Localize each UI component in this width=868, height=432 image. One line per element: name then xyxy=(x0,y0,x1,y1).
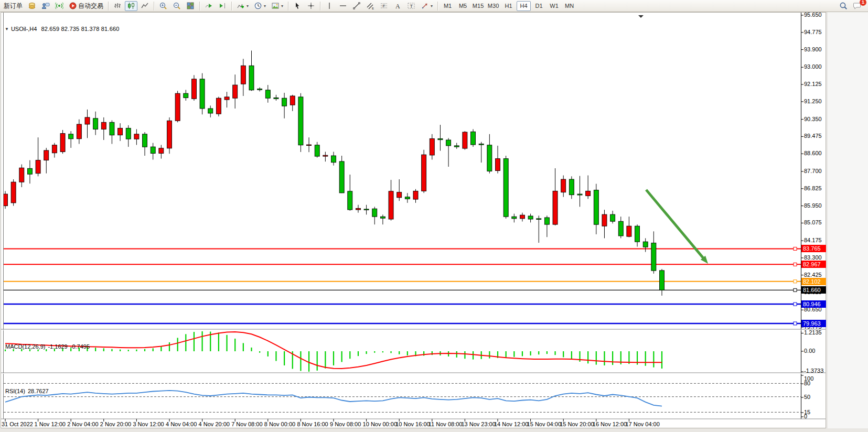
bars-icon xyxy=(113,2,122,10)
channel-icon: E xyxy=(366,2,374,10)
price-axis-label: 94.775 xyxy=(804,29,822,36)
horizontal-line-button[interactable] xyxy=(337,1,349,11)
timeframe-d1-button[interactable]: D1 xyxy=(532,1,546,11)
price-tag-80.946: 80.946 xyxy=(801,300,826,308)
templates-button[interactable]: ▾ xyxy=(269,1,285,11)
timeframe-h1-button[interactable]: H1 xyxy=(501,1,516,11)
price-tag-82.967: 82.967 xyxy=(801,261,826,268)
hline-handle[interactable] xyxy=(794,303,797,306)
crosshair-button[interactable] xyxy=(305,1,317,11)
toolbar-separator xyxy=(108,2,109,10)
zoom-in-button[interactable] xyxy=(157,1,169,11)
price-axis-label: 87.700 xyxy=(804,168,822,175)
price-axis-label: 82.425 xyxy=(804,272,822,278)
rsi-axis-label: 0 xyxy=(804,413,807,420)
hline-handle[interactable] xyxy=(794,280,797,283)
search-button[interactable] xyxy=(837,1,850,11)
indicators-button[interactable]: ▾ xyxy=(234,1,251,11)
notifications-button[interactable]: 1 xyxy=(851,1,863,11)
broadcast-button[interactable] xyxy=(53,1,66,11)
chart-shift-marker[interactable] xyxy=(638,15,644,18)
signals-button[interactable] xyxy=(26,1,38,11)
zoom-out-button[interactable] xyxy=(170,1,183,11)
candlestick-chart-button[interactable] xyxy=(125,1,137,11)
tile-windows-button[interactable] xyxy=(184,1,197,11)
tile-icon xyxy=(186,2,195,10)
arrows-icon xyxy=(421,2,429,10)
periods-button[interactable]: ▾ xyxy=(252,1,268,11)
hline-handle[interactable] xyxy=(794,263,797,266)
vline-icon xyxy=(325,2,334,10)
chart-shift-button[interactable] xyxy=(216,1,229,11)
autotrading-button-label: 自动交易 xyxy=(78,2,103,10)
chart-canvas[interactable] xyxy=(0,12,868,432)
toolbar-separator xyxy=(320,2,320,10)
text-button[interactable]: A xyxy=(391,1,404,11)
linechart-icon xyxy=(141,2,149,10)
addind-icon xyxy=(237,2,245,10)
trendline-button[interactable] xyxy=(350,1,363,11)
trend-icon xyxy=(352,2,361,10)
zoomout-icon xyxy=(173,2,181,10)
clock-icon xyxy=(254,2,262,10)
price-tag-79.963: 79.963 xyxy=(801,320,826,327)
chevron-down-icon[interactable]: ▼ xyxy=(5,27,9,31)
toolbar-right-group: 1 xyxy=(837,1,864,11)
line-chart-button[interactable] xyxy=(138,1,151,11)
time-axis-label: 2 Nov 20:00 xyxy=(100,421,131,427)
timeframe-m30-button[interactable]: M30 xyxy=(486,1,500,11)
timeframe-mn-button[interactable]: MN xyxy=(562,1,576,11)
hline-handle[interactable] xyxy=(794,322,797,325)
hline-handle[interactable] xyxy=(794,247,797,250)
timeframe-m15-button[interactable]: M15 xyxy=(471,1,485,11)
time-axis-label: 3 Nov 12:00 xyxy=(133,421,164,427)
time-axis-label: 16 Nov 12:00 xyxy=(593,421,627,427)
time-axis-label: 13 Nov 23:00 xyxy=(461,421,495,427)
fibonacci-button[interactable]: F xyxy=(378,1,390,11)
autotrading-button[interactable]: 自动交易 xyxy=(67,1,105,11)
price-axis-label: 92.125 xyxy=(804,81,822,88)
bottom-strip xyxy=(0,428,868,432)
price-axis-label: 95.650 xyxy=(804,12,822,18)
cursor-button[interactable] xyxy=(291,1,304,11)
svg-text:F: F xyxy=(383,4,385,8)
autotrade-icon xyxy=(69,2,77,10)
svg-text:E: E xyxy=(372,7,374,10)
timeframe-m1-button[interactable]: M1 xyxy=(441,1,455,11)
price-tag-82.102: 82.102 xyxy=(801,278,826,285)
timeframe-h4-button[interactable]: H4 xyxy=(517,1,531,11)
toolbar-separator xyxy=(199,2,200,10)
rsi-line xyxy=(5,391,662,406)
hline-icon xyxy=(339,2,347,10)
arrows-button[interactable]: ▾ xyxy=(419,1,435,11)
timeframe-w1-button[interactable]: W1 xyxy=(547,1,561,11)
chevron-down-icon: ▾ xyxy=(264,4,266,8)
bar-chart-button[interactable] xyxy=(111,1,124,11)
auto-scroll-button[interactable] xyxy=(202,1,215,11)
new-order-button[interactable]: 新订单 xyxy=(2,1,25,11)
notification-badge: 1 xyxy=(860,0,866,6)
textA-icon: A xyxy=(393,2,402,10)
vertical-line-button[interactable] xyxy=(323,1,336,11)
time-axis-label: 2 Nov 04:00 xyxy=(67,421,98,427)
time-axis-label: 7 Nov 08:00 xyxy=(231,421,262,427)
macd-main-value: -1.1629 xyxy=(48,343,67,350)
rsi-label: RSI(14)28.7627 xyxy=(5,388,51,394)
text-label-button[interactable]: T xyxy=(405,1,417,11)
price-axis-label: 85.950 xyxy=(804,202,822,209)
community-button[interactable] xyxy=(39,1,52,11)
template-icon xyxy=(271,2,280,10)
timeframe-m5-button[interactable]: M5 xyxy=(456,1,470,11)
equidistant-channel-button[interactable]: E xyxy=(364,1,377,11)
hline-handle[interactable] xyxy=(794,288,797,291)
price-axis-label: 93.000 xyxy=(804,63,822,70)
chart-frame xyxy=(1,13,826,428)
price-axis-label: 88.600 xyxy=(804,150,822,157)
rsi-axis-label: 50 xyxy=(804,394,810,401)
macd-signal-value: -0.7495 xyxy=(70,343,90,350)
mt4-window: 新订单自动交易▾▾▾EFAT▾M1M5M15M30H1H4D1W1MN1 ▼ U… xyxy=(0,0,868,432)
macd-axis-label: -1.3733 xyxy=(804,368,823,374)
svg-text:A: A xyxy=(395,3,400,10)
chart-symbol-period: USOil-,H4 xyxy=(11,26,37,32)
price-axis-label: 83.300 xyxy=(804,254,822,261)
